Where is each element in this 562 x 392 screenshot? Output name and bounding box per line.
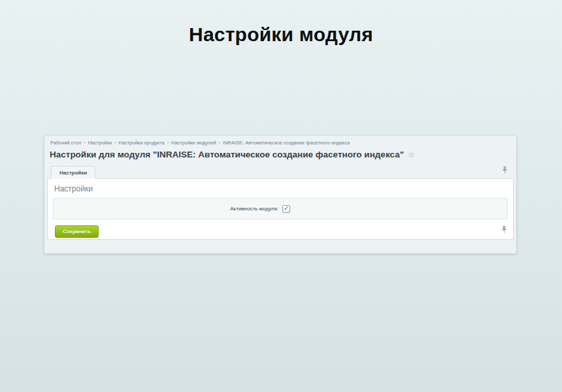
- pin-icon[interactable]: [503, 166, 507, 174]
- breadcrumb-separator-icon: ›: [84, 140, 85, 145]
- tabs-row: Настройки: [47, 164, 514, 178]
- module-active-control: ✓: [280, 205, 507, 213]
- breadcrumb-link-settings[interactable]: Настройки: [88, 140, 112, 146]
- settings-form: Настройки Активность модуля: ✓ Сохранить: [47, 178, 514, 240]
- breadcrumb: Рабочий стол›Настройки›Настройки продукт…: [50, 140, 510, 146]
- module-active-checkbox[interactable]: ✓: [282, 205, 290, 213]
- pin-icon[interactable]: [502, 225, 506, 233]
- module-settings-heading-text: Настройки для модуля "INRAISE: Автоматич…: [50, 150, 404, 159]
- breadcrumb-separator-icon: ›: [114, 140, 116, 145]
- breadcrumb-link-product-settings[interactable]: Настройки продукта: [119, 140, 165, 146]
- breadcrumb-link-module-settings[interactable]: Настройки модулей: [171, 140, 216, 146]
- favorite-star-icon[interactable]: ☆: [408, 150, 415, 159]
- breadcrumb-separator-icon: ›: [219, 140, 220, 145]
- breadcrumb-link-current-module[interactable]: INRAISE: Автоматическое создание фасетно…: [223, 140, 350, 146]
- module-active-field-row: Активность модуля: ✓: [53, 198, 508, 220]
- module-settings-heading: Настройки для модуля "INRAISE: Автоматич…: [50, 150, 510, 160]
- form-section-title: Настройки: [48, 179, 513, 198]
- breadcrumb-separator-icon: ›: [167, 140, 169, 145]
- breadcrumb-link-desktop[interactable]: Рабочий стол: [50, 140, 81, 146]
- save-button[interactable]: Сохранить: [55, 225, 99, 238]
- module-settings-panel: Рабочий стол›Настройки›Настройки продукт…: [44, 136, 516, 253]
- page-title: Настройки модуля: [0, 24, 562, 46]
- tab-settings[interactable]: Настройки: [51, 166, 95, 179]
- form-footer: Сохранить: [48, 220, 513, 239]
- module-active-label: Активность модуля:: [54, 206, 280, 212]
- checkmark-icon: ✓: [284, 204, 289, 212]
- tab-settings-label: Настройки: [59, 170, 87, 176]
